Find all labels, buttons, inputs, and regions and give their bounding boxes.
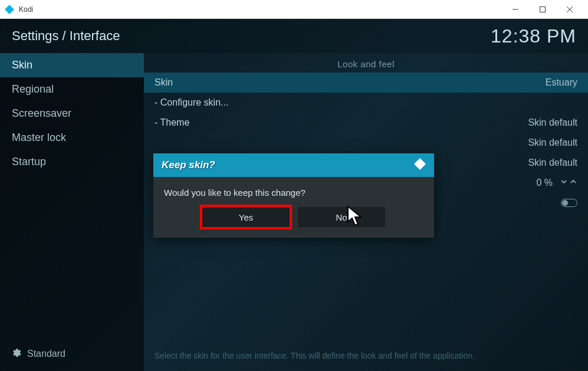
sidebar-item-label: Regional — [12, 83, 54, 95]
svg-rect-1 — [540, 6, 546, 12]
gear-icon — [11, 347, 21, 360]
setting-label: Skin — [155, 77, 173, 88]
minimize-button[interactable] — [502, 1, 529, 18]
sidebar-item-startup[interactable]: Startup — [0, 150, 144, 174]
button-label: No — [336, 212, 347, 222]
button-label: Yes — [239, 212, 253, 222]
setting-colours[interactable]: - Colours Skin default — [144, 133, 588, 153]
setting-value: 0 % — [536, 178, 553, 188]
chevron-down-icon[interactable] — [560, 178, 568, 188]
sidebar-item-label: Startup — [12, 156, 46, 168]
window-title: Kodi — [19, 5, 502, 14]
settings-sidebar: Skin Regional Screensaver Master lock St… — [0, 53, 144, 371]
clock: 12:38 PM — [491, 25, 576, 47]
dialog-header: Keep skin? — [153, 153, 434, 177]
kodi-icon — [414, 158, 426, 172]
no-button[interactable]: No — [298, 207, 385, 227]
dialog-title: Keep skin? — [162, 159, 215, 171]
yes-button[interactable]: Yes — [202, 207, 290, 227]
dialog-buttons: Yes No — [153, 207, 434, 238]
chevron-up-icon[interactable] — [569, 178, 577, 188]
sidebar-item-label: Screensaver — [12, 107, 71, 119]
setting-value: Skin default — [528, 157, 577, 168]
toggle-switch[interactable] — [561, 199, 577, 207]
window-controls — [502, 1, 583, 18]
section-title: Look and feel — [144, 53, 588, 73]
setting-value: Skin default — [528, 117, 577, 128]
breadcrumb: Settings / Interface — [12, 28, 120, 44]
zoom-stepper[interactable]: 0 % — [536, 178, 577, 188]
setting-value: Skin default — [528, 137, 577, 148]
setting-configure-skin[interactable]: - Configure skin... — [144, 93, 588, 113]
settings-level-label: Standard — [27, 349, 65, 359]
close-button[interactable] — [556, 1, 583, 18]
app-body: Settings / Interface 12:38 PM Skin Regio… — [0, 19, 588, 371]
sidebar-item-skin[interactable]: Skin — [0, 53, 144, 77]
maximize-button[interactable] — [529, 1, 556, 18]
settings-level[interactable]: Standard — [11, 347, 65, 360]
sidebar-item-screensaver[interactable]: Screensaver — [0, 101, 144, 126]
sidebar-item-regional[interactable]: Regional — [0, 77, 144, 101]
sidebar-item-label: Skin — [12, 59, 32, 71]
setting-label: - Theme — [155, 117, 189, 128]
setting-skin[interactable]: Skin Estuary — [144, 73, 588, 93]
help-text: Select the skin for the user interface. … — [155, 351, 577, 360]
setting-value: Estuary — [546, 77, 577, 88]
setting-label: - Configure skin... — [155, 97, 228, 108]
sidebar-item-label: Master lock — [12, 132, 66, 143]
sidebar-item-master-lock[interactable]: Master lock — [0, 126, 144, 150]
app-header: Settings / Interface 12:38 PM — [0, 19, 588, 53]
keep-skin-dialog: Keep skin? Would you like to keep this c… — [153, 153, 434, 238]
kodi-icon — [5, 5, 14, 14]
setting-theme[interactable]: - Theme Skin default — [144, 113, 588, 133]
dialog-message: Would you like to keep this change? — [153, 177, 434, 207]
window-titlebar: Kodi — [0, 0, 588, 19]
